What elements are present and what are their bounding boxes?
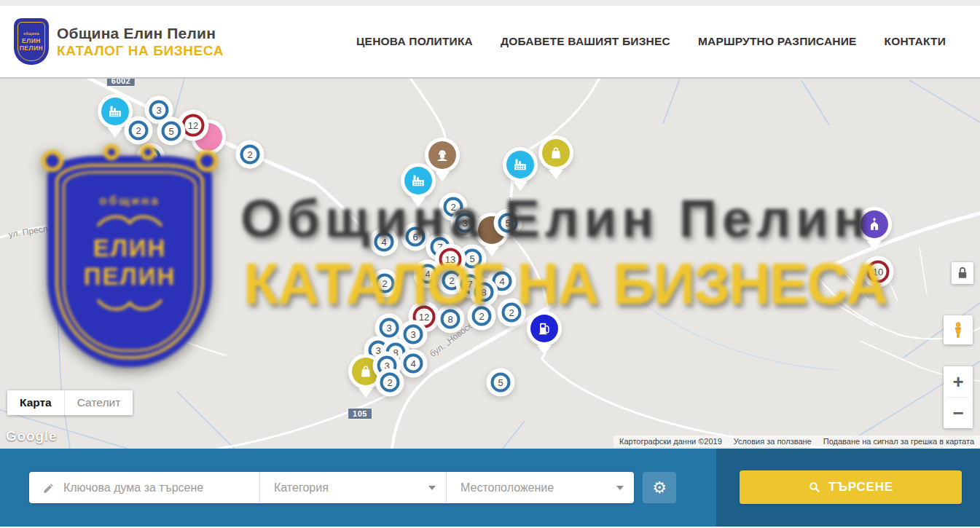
nav-add-your-business[interactable]: ДОБАВЕТЕ ВАШИЯТ БИЗНЕС [501,35,670,48]
cluster-marker-3[interactable]: 3 [455,213,475,233]
terms-of-use-link[interactable]: Условия за ползване [728,437,818,446]
location-select[interactable]: Местоположение [446,472,634,503]
map-type-control: Карта Сателит [7,390,133,415]
cluster-marker-5[interactable]: 5 [491,373,511,393]
nav-route-schedule[interactable]: МАРШРУТНО РАЗПИСАНИЕ [698,35,857,48]
pegman-button[interactable] [944,315,973,344]
lock-button[interactable] [952,262,973,284]
cluster-marker-8[interactable]: 8 [474,283,494,302]
site-subtitle: КАТАЛОГ НА БИЗНЕСА [57,43,224,59]
gear-icon: ⚙ [652,478,667,497]
google-logo[interactable]: Google [6,428,57,444]
bag-icon [358,363,374,379]
keyword-field [29,472,259,503]
bag-pin[interactable] [352,358,380,385]
zoom-control: + − [944,366,973,428]
search-icon [808,481,821,494]
site-title: Община Елин Пелин [57,25,224,42]
search-button-label: ТЪРСЕНЕ [828,480,893,494]
site-header: община ЕЛИН ПЕЛИН Община Елин Пелин КАТА… [0,6,980,79]
search-button[interactable]: ТЪРСЕНЕ [740,470,962,504]
site-logo[interactable]: община ЕЛИН ПЕЛИН Община Елин Пелин КАТА… [15,19,224,64]
cluster-marker-5[interactable]: 5 [498,213,518,233]
cluster-marker-10[interactable]: 10 [867,261,890,283]
cluster-marker-2[interactable]: 2 [502,303,522,323]
crest-town-word: община [23,31,39,36]
cluster-marker-3[interactable]: 3 [404,325,423,344]
main-nav: ЦЕНОВА ПОЛИТИКА ДОБАВЕТЕ ВАШИЯТ БИЗНЕС М… [356,35,962,48]
zoom-out-button[interactable]: − [944,398,973,428]
factory-icon [107,103,123,119]
cluster-marker-5[interactable]: 5 [463,249,482,269]
cluster-marker-12[interactable]: 12 [182,114,205,137]
chevron-down-icon [428,486,436,490]
keyword-input[interactable] [63,481,249,494]
map-attribution: Картографски данни ©2019 Условия за полз… [614,436,980,447]
road-label: ци“ [503,196,517,211]
cluster-marker-3[interactable]: 3 [149,101,169,120]
bag-pin[interactable] [542,139,570,167]
road-label: 6002 [106,79,136,87]
nav-contacts[interactable]: КОНТАКТИ [885,35,946,48]
cluster-marker-2[interactable]: 2 [240,145,260,165]
top-strip [0,0,980,6]
road-label: ул. Преслав [8,222,58,240]
cluster-marker-4[interactable]: 4 [404,354,423,374]
page: община ЕЛИН ПЕЛИН Община Елин Пелин КАТА… [0,0,980,528]
cluster-marker-2[interactable]: 2 [380,373,400,393]
church-pin[interactable] [861,210,888,238]
map-data-copyright: Картографски данни ©2019 [614,437,728,446]
factory-icon [410,173,426,189]
road-label: 105 [348,408,372,419]
cluster-marker-2[interactable]: 2 [375,274,395,293]
factory-pin[interactable] [101,98,129,125]
nav-pricing-policy[interactable]: ЦЕНОВА ПОЛИТИКА [356,35,473,48]
category-select[interactable]: Категория [259,472,446,503]
cluster-marker-2[interactable]: 2 [442,271,462,291]
fuel-pin[interactable] [530,315,558,342]
cluster-marker-2[interactable]: 2 [141,148,161,168]
chevron-down-icon [616,486,624,490]
cluster-marker-4[interactable]: 4 [375,232,394,252]
cluster-marker-4[interactable]: 4 [493,272,512,291]
search-bar: Категория Местоположение ⚙ ТЪРСЕНЕ [0,449,980,527]
church-icon [866,216,882,232]
bag-icon [548,145,564,161]
cluster-marker-2[interactable]: 2 [129,121,149,141]
cluster-marker-13[interactable]: 13 [439,248,462,271]
search-fields-group: Категория Местоположение [29,472,634,503]
category-select-value: Категория [274,481,329,494]
zoom-in-button[interactable]: + [944,366,973,397]
cluster-marker-3[interactable]: 3 [380,318,399,338]
satellite-view-button[interactable]: Сателит [64,390,133,415]
fuel-icon [536,320,552,336]
factory-pin[interactable] [506,151,534,178]
cluster-marker-5[interactable]: 5 [162,122,181,141]
factory-icon [512,157,528,173]
map-canvas[interactable]: 6002105ул. Преславбул. „Новоселци“ 32125… [0,79,980,449]
advanced-search-button[interactable]: ⚙ [643,472,676,503]
lock-icon [954,265,971,281]
cluster-marker-4[interactable]: 4 [418,264,438,284]
cluster-marker-2[interactable]: 2 [472,307,492,326]
worker-icon [434,147,450,163]
pegman-icon [949,321,967,339]
worker-pin[interactable] [428,141,456,169]
pencil-icon [42,481,55,495]
map-view-button[interactable]: Карта [7,390,64,415]
brand-text: Община Елин Пелин КАТАЛОГ НА БИЗНЕСА [57,25,224,59]
cluster-marker-8[interactable]: 8 [441,310,460,329]
crest-name-line1: ЕЛИН [22,37,41,44]
crest-name-line2: ПЕЛИН [20,44,44,52]
cluster-marker-6[interactable]: 6 [406,227,426,247]
municipality-crest-logo: община ЕЛИН ПЕЛИН [15,19,48,64]
report-map-error-link[interactable]: Подаване на сигнал за грешка в картата [818,437,980,446]
location-select-value: Местоположение [460,481,554,494]
factory-pin[interactable] [404,167,432,194]
